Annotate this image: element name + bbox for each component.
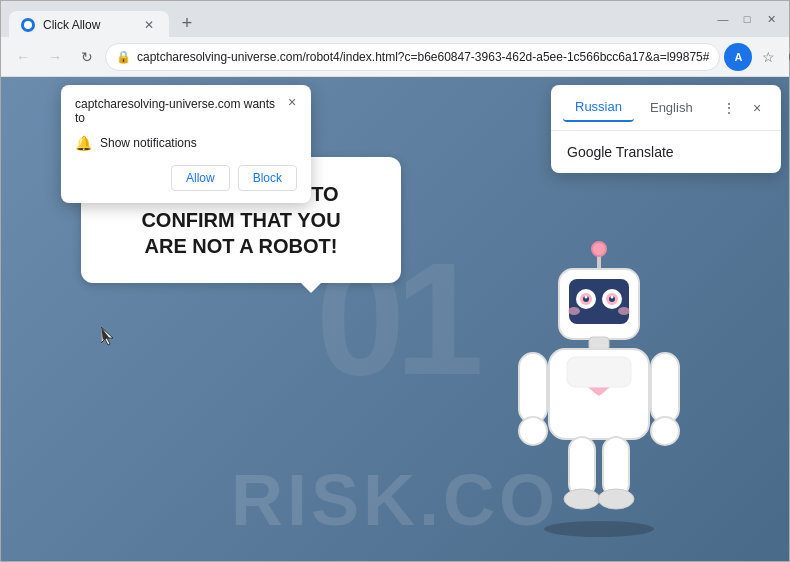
browser-window: Click Allow ✕ + — □ ✕ ← → ↻ � bbox=[0, 0, 790, 562]
popup-close-button[interactable]: × bbox=[283, 93, 301, 111]
svg-point-24 bbox=[651, 417, 679, 445]
bookmark-button[interactable]: ☆ bbox=[754, 43, 782, 71]
tab-russian[interactable]: Russian bbox=[563, 93, 634, 122]
toolbar-actions: A ☆ ⋮ bbox=[724, 43, 790, 71]
url-text: captcharesolving-universe.com/robot4/ind… bbox=[137, 50, 709, 64]
close-button[interactable]: ✕ bbox=[761, 9, 781, 29]
maximize-button[interactable]: □ bbox=[737, 9, 757, 29]
translate-menu-button[interactable]: ⋮ bbox=[717, 96, 741, 120]
notification-popup: × captcharesolving-universe.com wants to… bbox=[61, 85, 311, 203]
address-bar[interactable]: 🔒 captcharesolving-universe.com/robot4/i… bbox=[105, 43, 720, 71]
popup-notification-row: 🔔 Show notifications bbox=[75, 135, 297, 151]
tab-favicon bbox=[21, 18, 35, 32]
svg-point-27 bbox=[564, 489, 600, 509]
robot-image bbox=[489, 241, 709, 541]
forward-button[interactable]: → bbox=[41, 43, 69, 71]
block-button[interactable]: Block bbox=[238, 165, 297, 191]
active-tab[interactable]: Click Allow ✕ bbox=[9, 11, 169, 39]
popup-header-text: captcharesolving-universe.com wants to bbox=[75, 97, 297, 125]
svg-point-5 bbox=[592, 242, 606, 256]
tab-close-button[interactable]: ✕ bbox=[141, 17, 157, 33]
profile-button[interactable] bbox=[784, 43, 790, 71]
new-tab-button[interactable]: + bbox=[173, 9, 201, 37]
translate-header: Russian English ⋮ × bbox=[551, 85, 781, 131]
svg-point-11 bbox=[585, 296, 588, 299]
svg-point-16 bbox=[568, 307, 580, 315]
translate-body: Google Translate bbox=[551, 131, 781, 173]
svg-point-15 bbox=[611, 296, 614, 299]
translate-close-button[interactable]: × bbox=[745, 96, 769, 120]
tab-bar: Click Allow ✕ + bbox=[9, 1, 705, 37]
title-bar: Click Allow ✕ + — □ ✕ bbox=[1, 1, 789, 37]
translate-popup: Russian English ⋮ × Google Translate bbox=[551, 85, 781, 173]
translate-actions: ⋮ × bbox=[717, 96, 769, 120]
popup-row-label: Show notifications bbox=[100, 136, 197, 150]
svg-point-17 bbox=[618, 307, 630, 315]
svg-point-22 bbox=[519, 417, 547, 445]
svg-rect-23 bbox=[651, 353, 679, 423]
toolbar: ← → ↻ 🔒 captcharesolving-universe.com/ro… bbox=[1, 37, 789, 77]
translate-button[interactable]: A bbox=[724, 43, 752, 71]
svg-rect-21 bbox=[519, 353, 547, 423]
svg-rect-20 bbox=[567, 357, 631, 387]
tab-title: Click Allow bbox=[43, 18, 133, 32]
minimize-button[interactable]: — bbox=[713, 9, 733, 29]
back-button[interactable]: ← bbox=[9, 43, 37, 71]
svg-point-28 bbox=[598, 489, 634, 509]
translate-label: Google Translate bbox=[567, 144, 674, 160]
svg-point-3 bbox=[544, 521, 654, 537]
svg-rect-26 bbox=[603, 437, 629, 497]
window-controls: — □ ✕ bbox=[713, 9, 781, 29]
refresh-button[interactable]: ↻ bbox=[73, 43, 101, 71]
page-content: RISK.CO 01 CLICK «ALLOW» TO CONFIRM THAT… bbox=[1, 77, 789, 561]
lock-icon: 🔒 bbox=[116, 50, 131, 64]
svg-rect-25 bbox=[569, 437, 595, 497]
tab-english[interactable]: English bbox=[638, 94, 705, 121]
bell-icon: 🔔 bbox=[75, 135, 92, 151]
popup-actions: Allow Block bbox=[75, 165, 297, 191]
allow-button[interactable]: Allow bbox=[171, 165, 230, 191]
